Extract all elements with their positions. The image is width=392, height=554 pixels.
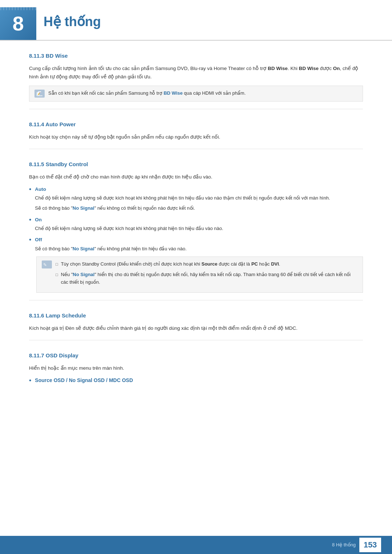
section-8-11-5: 8.11.5 Standby Control Bạn có thể đặt ch… [29,160,363,293]
bullet-dot-osd: • [29,376,31,386]
section-body-8-11-4: Kích hoạt tùy chọn này sẽ tự động bật ng… [29,133,363,141]
section-heading-8-11-4: 8.11.4 Auto Power [29,120,363,129]
note-sub-box-8-11-5: ✎ Tùy chọn Standby Control (Điều khiển c… [36,257,363,293]
section-8-11-7: 8.11.7 OSD Display Hiển thị hoặc ẩn mục … [29,351,363,386]
footer-text: 8 Hệ thống [332,541,356,549]
section-heading-8-11-7: 8.11.7 OSD Display [29,351,363,360]
bullet-content-on: On Chế độ tiết kiệm năng lượng sẽ được k… [35,216,363,233]
note-text-8-11-3: Sẵn có khi bạn kết nối các sản phẩm Sams… [48,90,246,97]
bullet-dot-on: • [29,215,31,225]
sub-bullet-2: Nếu "No Signal" hiển thị cho dù thiết bị… [56,271,358,286]
bullet-dot-auto: • [29,184,31,195]
note-icon-sub: ✎ [42,260,52,268]
bullet-desc-on: Chế độ tiết kiệm năng lượng sẽ được kích… [35,225,363,233]
bullet-on: • On Chế độ tiết kiệm năng lượng sẽ được… [29,216,363,233]
bullet-label-on: On [35,217,42,222]
section-body-8-11-5: Bạn có thể đặt chế độ chờ cho màn hình đ… [29,173,363,181]
bullet-dot-off: • [29,235,31,245]
section-heading-8-11-3: 8.11.3 BD Wise [29,52,363,60]
bullet-label-off: Off [35,237,42,242]
bullet-off: • Off Sẽ có thông báo "No Signal" nếu kh… [29,235,363,253]
divider-4 [29,340,363,340]
page-number: 153 [359,538,381,552]
section-heading-8-11-5: 8.11.5 Standby Control [29,160,363,169]
svg-text:✎: ✎ [43,262,47,267]
svg-text:📝: 📝 [36,92,41,96]
sub-bullet-text-2: Nếu "No Signal" hiển thị cho dù thiết bị… [61,271,358,286]
bullet-auto: • Auto Chế độ tiết kiệm năng lượng sẽ đư… [29,185,363,213]
bullet-desc-auto-1: Chế độ tiết kiệm năng lượng sẽ được kích… [35,194,363,202]
osd-options: Source OSD / No Signal OSD / MDC OSD [35,376,133,384]
chapter-header: 8 Hệ thống [0,0,392,41]
section-body-8-11-7: Hiển thị hoặc ẩn mục menu trên màn hình. [29,364,363,373]
note-box-8-11-3: 📝 Sẵn có khi bạn kết nối các sản phẩm Sa… [29,86,363,102]
section-8-11-3: 8.11.3 BD Wise Cung cấp chất lượng hình … [29,52,363,102]
note-icon: 📝 [34,90,45,98]
chapter-number: 8 [0,7,36,40]
bullet-desc-off: Sẽ có thông báo "No Signal" nếu không ph… [35,245,363,253]
sub-bullet-1: Tùy chọn Standby Control (Điều khiển chờ… [56,260,358,268]
bullet-content-off: Off Sẽ có thông báo "No Signal" nếu khôn… [35,235,363,253]
bullet-content-auto: Auto Chế độ tiết kiệm năng lượng sẽ được… [35,185,363,213]
sub-bullet-list: Tùy chọn Standby Control (Điều khiển chờ… [56,260,358,289]
section-body-8-11-6: Kích hoạt giá trị Đèn sẽ được điều chỉnh… [29,324,363,333]
bullet-osd: • Source OSD / No Signal OSD / MDC OSD [29,376,363,386]
divider-2 [29,149,363,149]
page-footer: 8 Hệ thống 153 [0,536,392,554]
chapter-title: Hệ thống [44,11,101,36]
main-content: 8.11.3 BD Wise Cung cấp chất lượng hình … [0,52,392,419]
divider-3 [29,300,363,300]
section-8-11-4: 8.11.4 Auto Power Kích hoạt tùy chọn này… [29,120,363,141]
section-body-8-11-3: Cung cấp chất lượng hình ảnh tối ưu cho … [29,65,363,81]
section-8-11-6: 8.11.6 Lamp Schedule Kích hoạt giá trị Đ… [29,311,363,333]
sub-bullet-text-1: Tùy chọn Standby Control (Điều khiển chờ… [61,260,280,268]
section-heading-8-11-6: 8.11.6 Lamp Schedule [29,311,363,320]
divider-1 [29,109,363,109]
bullet-label-auto: Auto [35,186,46,192]
bullet-desc-auto-2: Sẽ có thông báo "No Signal" nếu không có… [35,204,363,212]
